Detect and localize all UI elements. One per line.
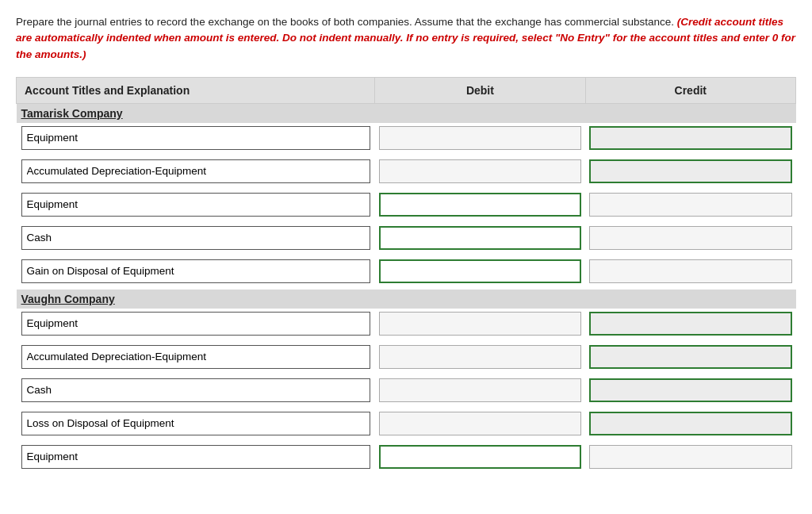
table-row [17,342,796,372]
account-input-1-1[interactable] [21,345,370,369]
table-row [17,309,796,339]
table-row [17,409,796,439]
debit-input-1-1[interactable] [379,345,581,369]
credit-input-0-3[interactable] [589,226,791,250]
header-credit: Credit [585,77,795,103]
table-row [17,256,796,286]
header-account: Account Titles and Explanation [17,77,375,103]
credit-input-0-4[interactable] [589,259,791,283]
instructions: Prepare the journal entries to record th… [16,14,796,63]
credit-input-1-1[interactable] [589,345,791,369]
debit-input-1-2[interactable] [379,378,581,402]
account-input-1-0[interactable] [21,312,370,336]
table-row [17,442,796,472]
debit-input-1-0[interactable] [379,312,581,336]
credit-input-0-1[interactable] [589,159,791,183]
debit-input-0-2[interactable] [379,193,581,217]
instructions-main: Prepare the journal entries to record th… [16,16,674,28]
table-row [17,190,796,220]
account-input-1-3[interactable] [21,412,370,435]
table-row [17,223,796,253]
credit-input-1-2[interactable] [589,378,791,402]
section-header-1: Vaughn Company [17,290,796,309]
credit-input-0-0[interactable] [589,126,791,150]
journal-table: Account Titles and Explanation Debit Cre… [16,77,796,475]
account-input-0-2[interactable] [21,193,370,217]
credit-input-1-3[interactable] [589,412,791,435]
debit-input-0-3[interactable] [379,226,581,250]
section-header-0: Tamarisk Company [17,103,796,123]
credit-input-1-4[interactable] [589,445,791,469]
account-input-1-4[interactable] [21,445,370,469]
debit-input-0-1[interactable] [379,159,581,183]
table-row [17,156,796,186]
debit-input-1-3[interactable] [379,412,581,435]
account-input-0-4[interactable] [21,259,370,283]
account-input-0-3[interactable] [21,226,370,250]
header-debit: Debit [375,77,585,103]
credit-input-0-2[interactable] [589,193,791,217]
account-input-0-0[interactable] [21,126,370,150]
account-input-1-2[interactable] [21,378,370,402]
account-input-0-1[interactable] [21,159,370,183]
table-row [17,375,796,405]
debit-input-0-0[interactable] [379,126,581,150]
table-row [17,123,796,153]
debit-input-0-4[interactable] [379,259,581,283]
credit-input-1-0[interactable] [589,312,791,336]
debit-input-1-4[interactable] [379,445,581,469]
